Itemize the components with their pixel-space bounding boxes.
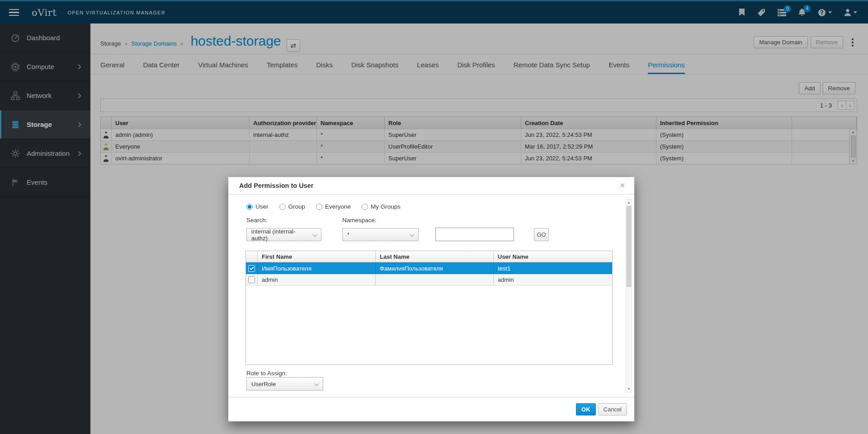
dialog-footer: OK Cancel — [228, 397, 634, 421]
role-value: UserRole — [251, 381, 276, 387]
chevron-down-icon — [410, 233, 415, 237]
result-row[interactable]: admin admin — [246, 274, 612, 286]
namespace-label: Namespace: — [342, 217, 419, 224]
dialog-title: Add Permission to User — [239, 182, 313, 189]
auth-provider-select[interactable]: internal (internal-authz) — [246, 228, 321, 241]
radio-selected-icon — [246, 204, 253, 210]
principal-type-radios: User Group Everyone My Groups — [246, 203, 401, 210]
go-button[interactable]: GO — [534, 228, 549, 241]
close-icon[interactable]: ✕ — [619, 182, 625, 190]
results-header-row: First Name Last Name User Name — [246, 251, 612, 262]
column-header-first-name: First Name — [258, 251, 376, 262]
checkbox-cell — [246, 262, 258, 274]
chevron-down-icon — [315, 382, 319, 386]
dialog-header: Add Permission to User ✕ — [228, 177, 634, 195]
radio-label: User — [255, 203, 269, 210]
radio-everyone[interactable]: Everyone — [316, 203, 351, 210]
dialog-body: User Group Everyone My Groups Search: in… — [228, 195, 634, 397]
radio-group[interactable]: Group — [279, 203, 306, 210]
checkbox-cell — [246, 274, 258, 285]
add-permission-dialog: Add Permission to User ✕ User Group Ever… — [228, 177, 634, 421]
scroll-down-icon[interactable]: ▼ — [626, 386, 632, 392]
scrollbar-thumb[interactable] — [627, 206, 631, 287]
cell-last-name: ФамилияПользователя — [376, 262, 494, 274]
radio-label: My Groups — [371, 203, 401, 210]
cell-first-name: ИмяПользователя — [258, 262, 376, 274]
search-query-input[interactable] — [435, 228, 514, 241]
radio-user[interactable]: User — [246, 203, 269, 210]
check-icon — [250, 266, 254, 270]
cancel-button[interactable]: Cancel — [598, 403, 627, 415]
role-to-assign-label: Role to Assign: — [246, 370, 287, 377]
result-row-selected[interactable]: ИмяПользователя ФамилияПользователя test… — [246, 262, 612, 274]
cell-user-name: admin — [494, 274, 612, 285]
cell-first-name: admin — [258, 274, 376, 285]
search-label: Search: — [246, 217, 321, 224]
column-header-user-name: User Name — [494, 251, 612, 262]
user-results-table: First Name Last Name User Name ИмяПользо… — [245, 251, 613, 365]
cell-last-name — [376, 274, 494, 285]
checkbox-column-header — [246, 251, 258, 262]
ok-button[interactable]: OK — [576, 403, 596, 415]
chevron-down-icon — [313, 233, 317, 237]
column-header-last-name: Last Name — [376, 251, 494, 262]
checkbox-checked[interactable] — [248, 265, 255, 272]
checkbox-unchecked[interactable] — [248, 276, 255, 283]
auth-provider-value: internal (internal-authz) — [251, 228, 310, 242]
radio-label: Everyone — [325, 203, 351, 210]
namespace-value: * — [347, 231, 349, 238]
search-form: Search: internal (internal-authz) Namesp… — [246, 217, 549, 241]
namespace-select[interactable]: * — [342, 228, 419, 241]
radio-label: Group — [288, 203, 306, 210]
radio-icon — [316, 204, 322, 210]
radio-my-groups[interactable]: My Groups — [362, 203, 401, 210]
cell-user-name: test1 — [494, 262, 612, 274]
radio-icon — [279, 204, 286, 210]
role-select[interactable]: UserRole — [246, 377, 323, 391]
dialog-scrollbar[interactable]: ▲ ▼ — [626, 199, 632, 392]
radio-icon — [362, 204, 368, 210]
scroll-up-icon[interactable]: ▲ — [626, 200, 632, 205]
